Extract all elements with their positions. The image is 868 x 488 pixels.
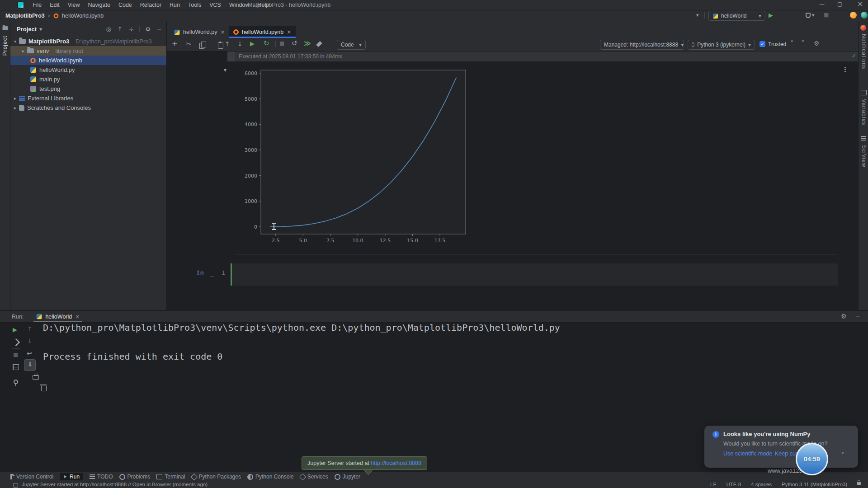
interpreter-widget[interactable]: Python 3.11 (MatplotlibPro3) (782, 482, 847, 487)
project-stripe-icon[interactable] (3, 26, 8, 30)
hide-run-panel-icon[interactable]: − (855, 313, 860, 319)
add-cell-icon[interactable]: + (172, 41, 178, 47)
run-settings-gear-icon[interactable]: ⚙ (841, 313, 847, 319)
clear-outputs-icon[interactable] (316, 41, 322, 47)
run-config-selector[interactable]: helloWorld ▾ (708, 11, 765, 21)
notification-collapse[interactable]: — (723, 459, 728, 464)
clear-all-icon[interactable] (41, 386, 47, 391)
copy-cell-icon[interactable] (199, 43, 204, 49)
print-icon[interactable] (33, 375, 39, 380)
stripe-variables-label[interactable]: Variables (861, 99, 867, 125)
kernel-selector[interactable]: Python 3 (ipykernel) ▾ (688, 40, 755, 50)
tree-row-venv[interactable]: ▸ venv library root (10, 46, 166, 56)
tool-button-terminal[interactable]: Terminal (156, 474, 185, 480)
chevron-right-icon[interactable]: ▸ (14, 96, 16, 101)
menu-refactor[interactable]: Refactor (137, 2, 165, 8)
indent-widget[interactable]: 4 spaces (751, 482, 772, 487)
notifications-stripe-icon[interactable] (860, 25, 866, 31)
lock-icon[interactable] (857, 482, 861, 485)
breadcrumb-project[interactable]: MatplotlibPro3 (5, 13, 45, 19)
project-settings-gear-icon[interactable]: ⚙ (145, 26, 151, 32)
scroll-to-end-icon[interactable]: ⇓ (28, 361, 33, 367)
use-scientific-mode-link[interactable]: Use scientific mode (723, 450, 772, 457)
trusted-checkbox[interactable]: ✓ (760, 41, 765, 47)
plugin-orange-icon[interactable] (850, 12, 857, 19)
minimize-button[interactable]: — (819, 2, 825, 7)
tab-helloworld-ipynb[interactable]: helloWorld.ipynb × (229, 26, 296, 38)
chevron-right-icon[interactable]: ▸ (14, 106, 16, 110)
menu-file[interactable]: File (29, 2, 45, 8)
cut-cell-icon[interactable]: ✂ (186, 41, 191, 47)
notebook-settings-gear-icon[interactable]: ⚙ (814, 40, 820, 47)
coverage-button[interactable] (806, 13, 811, 18)
move-cell-down-icon[interactable]: ↓ (237, 41, 243, 47)
chevron-down-icon[interactable]: ▾ (14, 39, 16, 44)
menu-tools[interactable]: Tools (184, 2, 205, 8)
restart-and-run-icon[interactable]: ↺ (292, 40, 297, 47)
project-panel-title[interactable]: Project (17, 26, 37, 33)
tree-row-root[interactable]: ▾ MatplotlibPro3 D:\python_pro\Matplotli… (10, 37, 166, 46)
stripe-notifications-label[interactable]: Notifications (861, 34, 867, 69)
tree-row-scratches[interactable]: ▸ Scratches and Consoles (10, 103, 166, 113)
plugin-teal-icon[interactable] (861, 12, 868, 19)
tool-button-services[interactable]: Services (300, 474, 328, 480)
paste-cell-icon[interactable] (218, 42, 223, 49)
menu-view[interactable]: View (64, 2, 84, 8)
tab-helloworld-py[interactable]: helloWorld.py × (170, 26, 230, 38)
close-tab-icon[interactable]: × (75, 314, 80, 319)
run-all-cells-icon[interactable]: ≫ (304, 40, 311, 47)
next-cell-icon[interactable]: ˅ (801, 41, 805, 47)
menu-vcs[interactable]: VCS (206, 2, 225, 8)
run-tab[interactable]: helloWorld × (33, 311, 82, 322)
tool-button-run[interactable]: Run (60, 473, 83, 480)
tree-row-ipynb[interactable]: helloWorld.ipynb (10, 56, 166, 65)
inspection-ok-icon[interactable]: ✓ (852, 53, 856, 58)
tool-button-version-control[interactable]: Version Control (8, 474, 53, 480)
locate-file-icon[interactable]: ◎ (106, 26, 111, 32)
tool-button-python-packages[interactable]: Python Packages (192, 474, 241, 480)
run-button[interactable]: ▶ (769, 12, 773, 18)
breadcrumb-file[interactable]: helloWorld.ipynb (62, 13, 104, 19)
pin-tab-icon[interactable] (14, 380, 18, 384)
status-message[interactable]: Jupyter Server started at http://localho… (22, 482, 208, 487)
chevron-right-icon[interactable]: ▸ (22, 49, 24, 53)
stripe-project-label[interactable]: Project (2, 36, 8, 56)
hide-panel-icon[interactable]: − (157, 26, 162, 32)
sciview-stripe-icon[interactable] (861, 136, 866, 141)
notification-chevron-down-icon[interactable]: ˅ (841, 452, 844, 459)
status-message-icon[interactable] (13, 483, 18, 488)
tool-button-todo[interactable]: TODO (90, 474, 113, 480)
close-button[interactable]: × (857, 0, 863, 8)
cell-type-selector[interactable]: Code ▾ (337, 40, 366, 50)
tree-row-hellopy[interactable]: helloWorld.py (10, 65, 166, 75)
collapse-output-icon[interactable]: ▾ (224, 67, 226, 73)
rerun-button[interactable]: ▶ (13, 327, 17, 333)
restore-layout-icon[interactable] (13, 364, 19, 370)
close-tab-icon[interactable]: × (287, 29, 291, 35)
menu-edit[interactable]: Edit (46, 2, 63, 8)
encoding-widget[interactable]: UTF-8 (726, 482, 741, 487)
tool-button-python-console[interactable]: Python Console (247, 474, 294, 480)
tree-row-mainpy[interactable]: main.py (10, 75, 166, 84)
maximize-button[interactable]: ▢ (837, 1, 842, 7)
expand-all-icon[interactable]: ↥ (118, 26, 123, 32)
menu-code[interactable]: Code (115, 2, 136, 8)
coverage-dropdown-icon[interactable]: ▾ (812, 13, 815, 18)
code-cell-input[interactable] (232, 263, 838, 286)
tool-button-jupyter[interactable]: Jupyter (335, 474, 360, 480)
restart-kernel-icon[interactable]: ↻ (264, 40, 269, 47)
prev-cell-icon[interactable]: ˄ (790, 41, 794, 47)
tree-row-testpng[interactable]: test.png (10, 84, 166, 94)
run-cell-icon[interactable]: ▶ (250, 41, 255, 47)
edit-configuration-icon[interactable] (12, 338, 20, 346)
soft-wrap-icon[interactable]: ↩ (27, 350, 32, 357)
numpy-notification[interactable]: i Looks like you're using NumPy Would yo… (704, 426, 858, 468)
variables-stripe-icon[interactable] (861, 90, 867, 95)
user-dropdown-icon[interactable]: ▾ (696, 13, 699, 18)
menu-navigate[interactable]: Navigate (85, 2, 114, 8)
line-separator-widget[interactable]: LF (710, 482, 716, 487)
stripe-sciview-label[interactable]: SciView (861, 145, 867, 167)
collapse-all-icon[interactable]: ÷ (129, 26, 134, 32)
menu-run[interactable]: Run (166, 2, 184, 8)
close-tab-icon[interactable]: × (221, 29, 225, 35)
